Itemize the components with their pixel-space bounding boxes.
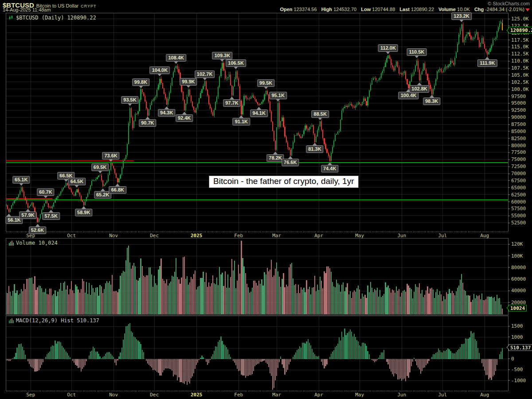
axis-label: 100.0K <box>508 86 529 92</box>
axis-label: 57500 <box>508 206 526 211</box>
quote-open: Open 123374.56 <box>280 7 317 12</box>
volume-chart[interactable] <box>6 239 508 315</box>
quote-high: High 124532.70 <box>321 7 357 12</box>
axis-label: 102.5K <box>508 79 529 85</box>
current-volume-box: 10024 <box>509 305 527 311</box>
axis-label: 105.0K <box>508 72 529 78</box>
axis-label: 80000 <box>508 142 526 148</box>
month-label: Dec <box>150 392 159 398</box>
month-label: Aug <box>480 392 489 398</box>
month-label: Feb <box>234 392 243 398</box>
axis-label: 70000 <box>508 171 526 176</box>
axis-label: -1000 <box>508 377 526 383</box>
volume-panel[interactable] <box>6 238 509 315</box>
month-label: 2025 <box>191 392 203 398</box>
current-macd-box: 510.137 <box>509 344 532 351</box>
axis-label: 52500 <box>508 220 526 226</box>
x-axis-top: SepOctNovDec2025FebMarAprMayJunJulAug <box>0 231 532 238</box>
month-label: Mar <box>272 392 281 398</box>
month-label: May <box>355 392 364 398</box>
month-label: Sep <box>26 392 35 398</box>
month-label: Jun <box>397 392 406 398</box>
axis-label: 85000 <box>508 128 526 134</box>
axis-label: 110.0K <box>508 58 529 64</box>
quote-low: Low 120744.88 <box>361 7 395 12</box>
macd-bars-icon <box>8 318 14 323</box>
chart-datetime: 14-Aug-2025 11:48am <box>3 7 51 12</box>
axis-label: 62500 <box>508 192 526 197</box>
macd-panel[interactable] <box>6 316 509 391</box>
volume-legend: Volume 10,024 <box>8 240 58 246</box>
axis-label: 97500 <box>508 93 526 99</box>
x-axis-bottom: SepOctNovDec2025FebMarAprMayJunJulAug <box>0 391 532 398</box>
axis-label: 72500 <box>508 164 526 169</box>
user-annotation[interactable]: Bitcoin - the father of crypto, daily, 1… <box>209 176 359 188</box>
chart-header: $BTCUSDBitcoin to US DollarCRYPT 14-Aug-… <box>0 0 532 12</box>
exchange-tag: CRYPT <box>81 4 96 8</box>
axis-label: 95000 <box>508 100 526 106</box>
axis-label: 40000 <box>508 288 526 293</box>
axis-label: 122.5K <box>508 23 529 28</box>
copyright: © StockCharts.com <box>488 1 530 6</box>
change-down-icon <box>525 8 530 12</box>
axis-label: 55000 <box>508 213 526 219</box>
axis-label: 75000 <box>508 156 526 162</box>
quote-bar: Open 123374.56 High 124532.70 Low 120744… <box>280 7 530 12</box>
last-price-box: 120890.22 <box>509 27 532 34</box>
axis-label: 65000 <box>508 184 526 190</box>
month-label: Nov <box>109 392 118 398</box>
axis-label: 60000 <box>508 199 526 204</box>
axis-label: 80000 <box>508 264 526 270</box>
axis-label: 120K <box>508 241 523 247</box>
axis-label: -500 <box>508 367 523 372</box>
axis-label: 92500 <box>508 107 526 113</box>
quote-change: Chg -2484.34 (-2.01%) <box>474 7 524 12</box>
axis-label: 1000 <box>508 334 523 340</box>
month-label: Apr <box>314 392 323 398</box>
stockcharts-app: $BTCUSDBitcoin to US DollarCRYPT 14-Aug-… <box>0 0 532 399</box>
axis-label: 1500 <box>508 323 523 329</box>
axis-label: 0 <box>508 356 514 361</box>
month-label: Oct <box>67 392 76 398</box>
macd-legend-text: MACD(12,26,9) Hist 510.137 <box>16 317 99 324</box>
axis-label: 120.0K <box>508 30 529 35</box>
price-panel[interactable] <box>6 13 509 232</box>
quote-volume: Volume 10.0K <box>438 7 470 12</box>
axis-label: 90000 <box>508 114 526 120</box>
price-legend-text: $BTCUSD (Daily) 120890.22 <box>16 15 96 21</box>
axis-label: 82500 <box>508 135 526 141</box>
axis-label: 60000 <box>508 276 526 282</box>
axis-label: 107.5K <box>508 65 529 71</box>
axis-label: 100K <box>508 253 523 258</box>
volume-bars-icon <box>8 240 14 246</box>
macd-chart[interactable] <box>6 316 508 391</box>
axis-label: 20000 <box>508 299 526 305</box>
volume-legend-text: Volume 10,024 <box>16 240 58 246</box>
month-label: Jul <box>438 392 447 398</box>
price-legend: $BTCUSD (Daily) 120890.22 <box>8 15 96 21</box>
axis-label: 112.5K <box>508 51 529 57</box>
candlestick-icon <box>8 15 14 20</box>
axis-label: 77500 <box>508 149 526 155</box>
quote-last: Last 120890.22 <box>399 7 434 12</box>
axis-label: 115.0K <box>508 44 529 50</box>
axis-label: 87500 <box>508 121 526 127</box>
axis-label: 117.5K <box>508 37 529 43</box>
axis-label: 67500 <box>508 177 526 183</box>
macd-legend: MACD(12,26,9) Hist 510.137 <box>8 317 99 324</box>
price-chart[interactable] <box>6 13 508 231</box>
axis-label: 125.0K <box>508 16 529 22</box>
